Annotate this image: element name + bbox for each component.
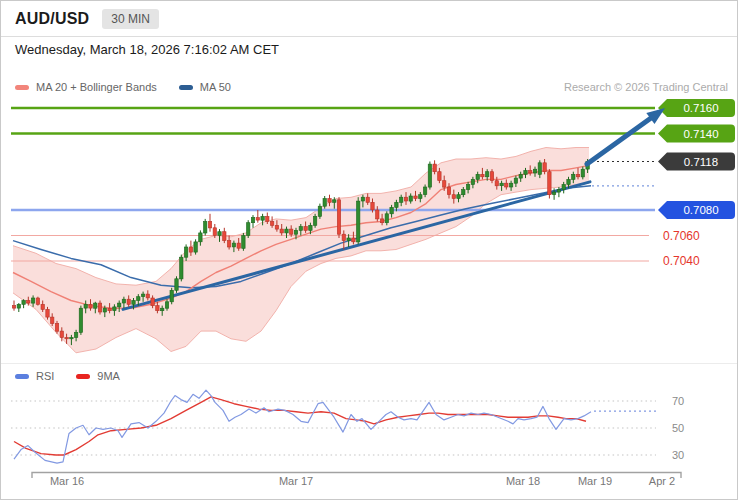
svg-text:Mar 18: Mar 18 [506, 475, 540, 487]
svg-text:0.7040: 0.7040 [663, 254, 700, 268]
legend-item-rsi: RSI [15, 370, 54, 382]
svg-text:Mar 19: Mar 19 [578, 475, 612, 487]
svg-text:0.7118: 0.7118 [684, 156, 718, 168]
ma50-legend-swatch [179, 85, 193, 90]
svg-text:0.7080: 0.7080 [683, 204, 718, 216]
panel-separator [1, 363, 737, 364]
svg-text:0.7060: 0.7060 [663, 229, 700, 243]
legend-item-9ma: 9MA [76, 370, 120, 382]
pair-title: AUD/USD [15, 10, 89, 28]
forecast-arrow [587, 108, 665, 164]
rsi-9ma-legend-swatch [76, 374, 90, 379]
legend-label: MA 50 [200, 81, 231, 93]
legend-label: MA 20 + Bollinger Bands [36, 81, 157, 93]
chart-canvas: 0.71600.71400.71180.70800.70600.70407050… [1, 1, 738, 500]
legend-label: RSI [36, 370, 54, 382]
svg-text:0.7160: 0.7160 [683, 102, 718, 114]
svg-text:70: 70 [672, 395, 684, 407]
svg-text:30: 30 [672, 449, 684, 461]
timeframe-badge: 30 MIN [102, 9, 159, 29]
x-axis: Mar 16Mar 17Mar 18Mar 19Apr 2 [32, 473, 681, 488]
main-chart-legend: MA 20 + Bollinger Bands MA 50 [15, 81, 231, 93]
svg-text:Mar 17: Mar 17 [279, 475, 313, 487]
legend-item-ma50: MA 50 [179, 81, 231, 93]
ma20-legend-swatch [15, 85, 29, 90]
legend-item-ma20-bollinger: MA 20 + Bollinger Bands [15, 81, 157, 93]
datetime-text: Wednesday, March 18, 2026 7:16:02 AM CET [15, 42, 279, 57]
legend-label: 9MA [97, 370, 120, 382]
trading-central-chart-widget: 0.71600.71400.71180.70800.70600.70407050… [0, 0, 738, 500]
header-bar: AUD/USD 30 MIN [1, 1, 737, 37]
svg-text:50: 50 [672, 422, 684, 434]
rsi-9ma-line [14, 397, 586, 455]
svg-text:Mar 16: Mar 16 [50, 475, 84, 487]
rsi-legend-swatch [15, 374, 29, 379]
research-credit: Research © 2026 Trading Central [564, 81, 728, 93]
svg-text:0.7140: 0.7140 [683, 128, 718, 140]
svg-text:Apr 2: Apr 2 [649, 475, 675, 487]
rsi-legend: RSI 9MA [15, 370, 120, 382]
price-axis-labels: 0.71600.71400.71180.70800.70600.7040 [658, 99, 735, 268]
